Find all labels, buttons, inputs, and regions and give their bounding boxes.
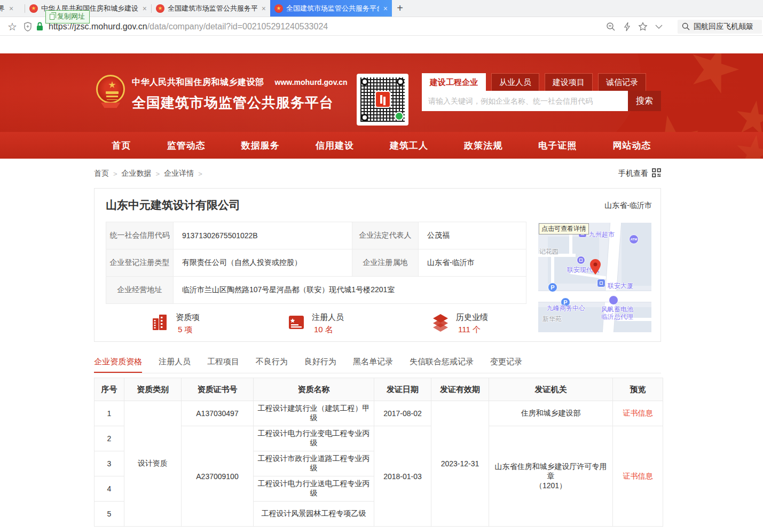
certificate-info-link[interactable]: 证书信息 xyxy=(623,472,653,480)
location-map[interactable]: 九州超市 ATM 记花园 联安现代城 联安大厦 P P 九峰商务中心 风帆蓄电池… xyxy=(538,223,651,332)
stat-history-performance[interactable]: 历史业绩 111 个 xyxy=(431,312,488,335)
breadcrumb-company-detail[interactable]: 企业详情 xyxy=(164,169,194,178)
tab-good-behavior[interactable]: 良好行为 xyxy=(304,354,336,373)
copy-url-label: 复制网址 xyxy=(57,12,85,21)
legal-rep-value: 公茂福 xyxy=(419,222,526,249)
breadcrumb-home[interactable]: 首页 xyxy=(94,169,109,178)
chevron-down-icon[interactable] xyxy=(655,25,663,29)
decor-star-icon xyxy=(733,132,763,159)
reg-type-value: 有限责任公司（自然人投资或控股） xyxy=(174,249,352,277)
browser-tab-jzsc-1[interactable]: 全国建筑市场监管公共服务平台 × xyxy=(152,0,270,17)
tab-qualifications[interactable]: 企业资质资格 xyxy=(94,354,142,373)
shield-icon[interactable] xyxy=(23,22,32,32)
company-info-table: 统一社会信用代码 91371302675501022B 企业法定代表人 公茂福 … xyxy=(106,222,526,304)
tab-dishonesty-records[interactable]: 失信联合惩戒记录 xyxy=(410,354,474,373)
cert-no-cell: A237009100 xyxy=(182,426,254,527)
browser-tab-jzsc-active[interactable]: 全国建筑市场监管公共服务平台 × xyxy=(270,0,392,17)
breadcrumb-separator: > xyxy=(156,170,160,178)
browser-tab-bar: 界 × 中华人民共和国住房和城乡建设 × 全国建筑市场监管公共服务平台 × 全国… xyxy=(0,0,763,17)
stat-value: 5 项 xyxy=(176,325,200,335)
validity-cell: 2023-12-31 xyxy=(431,401,489,527)
authority-line: 山东省住房和城乡建设厅许可专用章 xyxy=(491,462,610,481)
qual-name-cell: 工程设计电力行业变电工程专业丙级 xyxy=(254,426,374,451)
search-tab-personnel[interactable]: 从业人员 xyxy=(491,73,539,91)
qual-name-cell: 工程设计建筑行业（建筑工程）甲级 xyxy=(254,401,374,426)
close-icon[interactable]: × xyxy=(9,5,13,12)
search-button[interactable]: 搜索 xyxy=(628,91,661,111)
stat-value: 111 个 xyxy=(456,325,488,335)
bookmark-star-icon[interactable] xyxy=(5,20,19,33)
header-search-panel: 建设工程企业 从业人员 建设项目 诚信记录 搜索 xyxy=(422,73,661,111)
url-field[interactable]: https://jzsc.mohurd.gov.cn/data/company/… xyxy=(49,22,328,32)
address-value: 临沂市兰山区陶然路107号星河晶都（联安）现代城1号楼2201室 xyxy=(174,277,526,304)
browser-quick-search[interactable]: 国航回应飞机颠簸 xyxy=(678,20,762,34)
col-cert-no: 资质证书号 xyxy=(182,378,254,401)
table-row: 企业经营地址 临沂市兰山区陶然路107号星河晶都（联安）现代城1号楼2201室 xyxy=(106,277,526,304)
lightning-icon[interactable] xyxy=(623,22,631,32)
mobile-view-button[interactable]: 手机查看 xyxy=(618,168,661,179)
qual-name-cell: 工程设计风景园林工程专项乙级 xyxy=(254,502,374,527)
map-location-pin-icon xyxy=(590,259,601,277)
emblem-favicon-icon xyxy=(274,4,283,13)
nav-item-site-news[interactable]: 网站动态 xyxy=(612,139,651,152)
breadcrumb-company-data[interactable]: 企业数据 xyxy=(122,169,152,178)
qual-name-cell: 工程设计市政行业道路工程专业丙级 xyxy=(254,451,374,476)
main-nav: 首页 监管动态 数据服务 信用建设 建筑工人 政策法规 电子证照 网站动态 xyxy=(0,132,763,159)
stat-label: 历史业绩 xyxy=(456,312,488,323)
certificate-info-link[interactable]: 证书信息 xyxy=(623,409,653,417)
layers-icon xyxy=(431,312,450,332)
tab-projects[interactable]: 工程项目 xyxy=(207,354,239,373)
stat-value: 10 名 xyxy=(312,325,344,335)
tab-title: 全国建筑市场监管公共服务平台 xyxy=(286,4,379,13)
tab-change-records[interactable]: 变更记录 xyxy=(490,354,522,373)
decor-star-icon xyxy=(682,53,746,101)
page: 界 × 中华人民共和国住房和城乡建设 × 全国建筑市场监管公共服务平台 × 全国… xyxy=(0,0,763,532)
close-icon[interactable]: × xyxy=(262,5,266,12)
stat-registered-personnel[interactable]: 注册人员 10 名 xyxy=(287,312,344,335)
preview-cell: 证书信息 xyxy=(613,426,663,527)
field-label: 企业注册属地 xyxy=(352,249,419,277)
breadcrumb: 首页 > 企业数据 > 企业详情 > 手机查看 xyxy=(94,168,661,179)
emblem-favicon-icon xyxy=(156,4,164,13)
stat-qualifications[interactable]: 资质项 5 项 xyxy=(151,312,200,335)
qr-code-icon xyxy=(652,168,661,179)
favorite-star-icon[interactable] xyxy=(638,22,648,32)
map-road xyxy=(538,291,651,302)
map-label-supermarket: 九州超市 xyxy=(589,230,615,239)
authority-cell: 住房和城乡建设部 xyxy=(489,401,613,426)
building-icon xyxy=(151,312,170,332)
national-emblem-icon xyxy=(96,75,125,110)
field-label: 企业法定代表人 xyxy=(352,222,419,249)
col-validity: 发证有效期 xyxy=(431,378,489,401)
nav-item-home[interactable]: 首页 xyxy=(112,139,131,152)
keyword-search-input[interactable] xyxy=(422,91,628,111)
https-lock-icon[interactable] xyxy=(36,22,43,31)
decor-star-icon xyxy=(733,98,763,132)
map-label-garden: 记花园 xyxy=(539,247,559,256)
nav-item-workers[interactable]: 建筑工人 xyxy=(390,139,428,152)
quick-search-text: 国航回应飞机颠簸 xyxy=(694,22,753,32)
wechat-badge-icon xyxy=(395,112,404,121)
tab-registered-personnel[interactable]: 注册人员 xyxy=(159,354,191,373)
col-preview: 预览 xyxy=(613,378,663,401)
nav-item-license[interactable]: 电子证照 xyxy=(538,139,577,152)
close-icon[interactable]: × xyxy=(383,5,388,12)
mobile-view-label: 手机查看 xyxy=(618,169,648,178)
tab-blacklist[interactable]: 黑名单记录 xyxy=(353,354,393,373)
search-tab-project[interactable]: 建设项目 xyxy=(545,73,593,91)
nav-item-policy[interactable]: 政策法规 xyxy=(464,139,502,152)
tab-bad-behavior[interactable]: 不良行为 xyxy=(256,354,288,373)
map-poi-icon xyxy=(609,295,618,305)
nav-item-data-service[interactable]: 数据服务 xyxy=(241,139,280,152)
col-category: 资质类别 xyxy=(124,378,182,401)
nav-item-supervision[interactable]: 监管动态 xyxy=(167,139,206,152)
search-tab-credit[interactable]: 诚信记录 xyxy=(598,73,646,91)
browser-tab-partial[interactable]: 界 × xyxy=(0,0,25,17)
new-tab-button[interactable]: + xyxy=(392,0,408,17)
issue-date-cell: 2018-01-03 xyxy=(374,426,431,527)
nav-item-credit[interactable]: 信用建设 xyxy=(316,139,354,152)
close-icon[interactable]: × xyxy=(143,5,147,12)
map-label-battery-2: 临沂总代理 xyxy=(601,312,633,322)
zoom-out-icon[interactable] xyxy=(606,22,616,32)
search-tab-enterprise[interactable]: 建设工程企业 xyxy=(422,73,486,91)
